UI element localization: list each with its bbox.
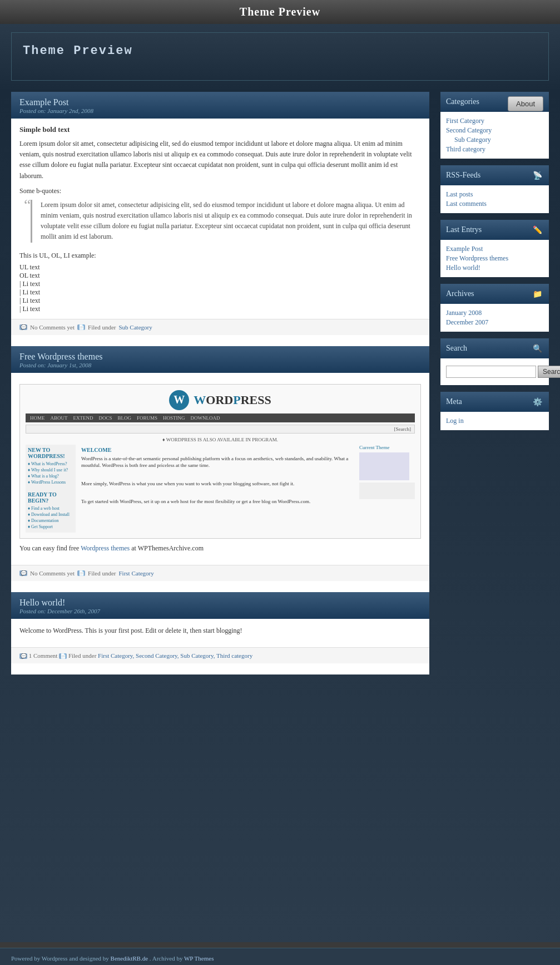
widget-search: Search 🔍 Search [440, 338, 549, 385]
ul-text: UL text [19, 263, 421, 272]
wp-content-area: NEW TO WORDPRESS! ♦ What is WordPress? ♦… [26, 445, 415, 533]
wp-sidebar-link[interactable]: ♦ Documentation [28, 518, 73, 523]
li-item: | Li text [19, 297, 421, 305]
wp-get-started: To get started with WordPress, set it up… [81, 498, 354, 505]
rss-title: RSS-Feeds [446, 171, 480, 180]
category-link-second[interactable]: Second Category [446, 126, 543, 135]
wordpress-screenshot: W WORDPRESS HOME ABOUT EXTEND DOCS BLOG … [19, 384, 421, 539]
widget-body-archives: January 2008 December 2007 [440, 304, 549, 332]
li-item: | Li text [19, 305, 421, 313]
post-blockquote: Lorem ipsum dolor sit amet, consectetur … [31, 200, 421, 243]
post-paragraph: Lorem ipsum dolor sit amet, consectetur … [19, 139, 421, 181]
meta-login[interactable]: Log in [446, 416, 543, 426]
category-link-third[interactable]: Third category [446, 145, 543, 154]
post-body-example: Simple bold text Lorem ipsum dolor sit a… [11, 119, 429, 319]
top-bar-title: Theme Preview [0, 6, 560, 18]
post-footer-hello: 💬 1 Comment 📄 Filed under First Category… [11, 647, 429, 663]
search-form: Search [446, 363, 543, 381]
footer-designer-link[interactable]: BenediktRB.de [111, 955, 148, 962]
search-input[interactable] [446, 366, 536, 378]
file-icon: 📄 [59, 653, 67, 659]
filed-under-label: Filed under [68, 652, 96, 659]
category-link-first[interactable]: First Category [446, 116, 543, 126]
archives-icon: 📁 [531, 288, 543, 300]
archive-dec-2007[interactable]: December 2007 [446, 318, 543, 327]
wp-current-theme-label: Current Theme [359, 445, 415, 450]
post-hello-world: Hello world! Posted on: December 26th, 2… [11, 592, 429, 663]
meta-title: Meta [446, 397, 462, 406]
wp-sidebar-link[interactable]: ♦ Get Support [28, 524, 73, 529]
main-content: Example Post Posted on: January 2nd, 200… [11, 92, 429, 674]
wp-main-small: WELCOME WordPress is a state-of-the-art … [79, 445, 356, 533]
category-link-sub[interactable]: Sub Category [446, 135, 543, 145]
ol-text: OL text [19, 272, 421, 280]
last-entry-hello[interactable]: Hello world! [446, 263, 543, 273]
wp-logo-text: WORDPRESS [194, 393, 271, 407]
li-item: | Li text [19, 280, 421, 288]
comments-count: No Comments yet [30, 570, 75, 577]
about-button[interactable]: About [508, 96, 543, 111]
category-links[interactable]: First Category, Second Category, Sub Cat… [98, 652, 252, 659]
post-header-wordpress: Free Wordpress themes Posted on: January… [11, 346, 429, 373]
last-entry-wordpress[interactable]: Free Wordpress themes [446, 254, 543, 263]
comments-count: 1 Comment [29, 652, 58, 659]
wp-sidebar-link[interactable]: ♦ Why should I use it? [28, 467, 73, 472]
rss-last-comments[interactable]: Last comments [446, 199, 543, 209]
wp-nav-forums: FORUMS [137, 415, 157, 421]
archive-jan-2008[interactable]: January 2008 [446, 308, 543, 318]
wp-nav-home: HOME [30, 415, 45, 421]
wp-nav-blog: BLOG [118, 415, 132, 421]
wp-sidebar-link[interactable]: ♦ Find a web host [28, 506, 73, 511]
top-bar: Theme Preview [0, 0, 560, 24]
site-title-bar: Theme Preview [11, 32, 549, 81]
main-wrapper: Theme Preview About Example Post Posted … [0, 24, 560, 942]
wp-nav-extend: EXTEND [73, 415, 93, 421]
widget-meta: Meta ⚙️ Log in [440, 392, 549, 430]
footer: Powered by Wordpress and designed by Ben… [0, 948, 560, 965]
comments-count: No Comments yet [30, 324, 75, 331]
widget-header-last-entries: Last Entrys ✏️ [440, 220, 549, 240]
search-widget-icon: 🔍 [531, 342, 543, 355]
wp-sidebar-link[interactable]: ♦ What is WordPress? [28, 461, 73, 466]
post-footer-wordpress: 💬 No Comments yet 📄 Filed under First Ca… [11, 565, 429, 581]
wp-new-to-label: NEW TO WORDPRESS! [28, 447, 73, 459]
wp-sidebar-link[interactable]: ♦ Download and Install [28, 512, 73, 517]
post-body-wordpress: W WORDPRESS HOME ABOUT EXTEND DOCS BLOG … [11, 373, 429, 565]
wp-sidebar-link[interactable]: ♦ What is a blog? [28, 474, 73, 479]
filed-under-label: Filed under [88, 324, 116, 331]
post-title-wordpress: Free Wordpress themes [19, 352, 421, 362]
bold-text: Simple bold text [19, 125, 421, 134]
wp-sidebar-link[interactable]: ♦ WordPress Lessons [28, 480, 73, 485]
wordpress-themes-link[interactable]: Wordpress themes [81, 544, 130, 552]
footer-archived-by: . Archived by [150, 955, 183, 962]
filed-under-label: Filed under [88, 570, 116, 577]
widget-body-categories: First Category Second Category Sub Categ… [440, 112, 549, 159]
widget-rss: RSS-Feeds 📡 Last posts Last comments [440, 165, 549, 213]
site-title: Theme Preview [23, 44, 537, 58]
rss-last-posts[interactable]: Last posts [446, 190, 543, 199]
wp-available-text: ♦ WORDPRESS IS ALSO AVAILABLE IN PROGRAM… [26, 437, 415, 442]
comment-icon: 💬 [19, 570, 27, 576]
footer-archive-link[interactable]: WP Themes [184, 955, 214, 962]
last-entry-example[interactable]: Example Post [446, 244, 543, 254]
wp-logo-area: W WORDPRESS [169, 390, 271, 410]
file-icon: 📄 [77, 570, 85, 576]
wp-search-bar: [Search] [26, 425, 415, 434]
category-link[interactable]: Sub Category [118, 324, 152, 331]
widget-header-rss: RSS-Feeds 📡 [440, 165, 549, 185]
comment-icon: 💬 [19, 324, 27, 330]
rss-icon: 📡 [531, 169, 543, 181]
category-link[interactable]: First Category [118, 570, 153, 577]
widget-header-meta: Meta ⚙️ [440, 392, 549, 412]
post-body-hello: Welcome to WordPress. This is your first… [11, 619, 429, 647]
post-date-example: Posted on: January 2nd, 2008 [19, 107, 421, 114]
wp-ready-label: READY TO BEGIN? [28, 491, 73, 504]
post-date-hello: Posted on: December 26th, 2007 [19, 608, 421, 614]
widget-archives: Archives 📁 January 2008 December 2007 [440, 284, 549, 332]
wp-nav-docs: DOCS [99, 415, 112, 421]
widget-body-last-entries: Example Post Free Wordpress themes Hello… [440, 240, 549, 277]
post-wordpress: Free Wordpress themes Posted on: January… [11, 346, 429, 581]
widget-body-meta: Log in [440, 412, 549, 430]
search-button[interactable]: Search [538, 366, 560, 378]
comment-icon: 💬 [19, 653, 27, 659]
